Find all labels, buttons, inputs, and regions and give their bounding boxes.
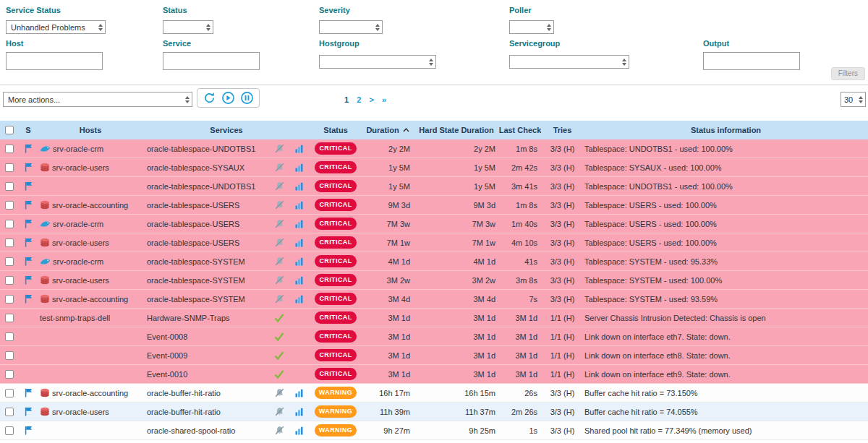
performance-graph-icon[interactable] (295, 426, 304, 435)
performance-graph-icon[interactable] (295, 145, 304, 153)
filters-button[interactable]: Filters (831, 67, 865, 80)
row-checkbox[interactable] (5, 314, 14, 322)
last-check-cell: 26s (499, 384, 541, 402)
last-check-cell: 3m 41s (499, 177, 541, 195)
col-header-services[interactable]: Services (143, 121, 310, 139)
service-status-select[interactable]: Unhandled Problems (6, 20, 106, 34)
flag-icon (25, 257, 33, 266)
row-checkbox[interactable] (5, 182, 14, 191)
service-input[interactable] (163, 52, 260, 70)
service-link[interactable]: oracle-tablespace-UNDOTBS1 (147, 145, 255, 153)
tries-cell: 3/3 (H) (541, 233, 584, 251)
performance-graph-icon[interactable] (295, 276, 304, 285)
status-info-cell: Tablespace: USERS - used: 100.00% (584, 196, 868, 214)
database-icon (40, 388, 50, 397)
performance-graph-icon[interactable] (295, 238, 304, 247)
col-header-hosts[interactable]: Hosts (38, 121, 143, 139)
service-link[interactable]: Event-0008 (147, 332, 187, 341)
service-link[interactable]: oracle-buffer-hit-ratio (147, 389, 221, 397)
host-link[interactable]: srv-oracle-crm (53, 257, 103, 266)
row-checkbox[interactable] (5, 351, 14, 360)
service-link[interactable]: Hardware-SNMP-Traps (147, 314, 230, 322)
sort-asc-icon (403, 128, 409, 132)
status-select[interactable] (163, 20, 213, 34)
page-1[interactable]: 1 (344, 95, 349, 104)
poller-select[interactable] (509, 20, 554, 34)
notifications-disabled-icon (275, 388, 284, 397)
host-link[interactable]: srv-oracle-users (52, 408, 109, 416)
host-link[interactable]: srv-oracle-users (52, 276, 109, 285)
host-link[interactable]: srv-oracle-accounting (52, 295, 128, 304)
row-checkbox[interactable] (5, 220, 14, 228)
output-input[interactable] (703, 52, 800, 70)
col-header-last-check[interactable]: Last Check (499, 121, 541, 139)
select-all-checkbox[interactable] (5, 126, 14, 134)
col-header-status[interactable]: Status (310, 121, 362, 139)
page-size-select[interactable]: 30 (841, 92, 866, 107)
performance-graph-icon[interactable] (295, 220, 304, 228)
service-link[interactable]: oracle-tablespace-USERS (147, 201, 239, 210)
row-checkbox[interactable] (5, 145, 14, 153)
row-checkbox[interactable] (5, 201, 14, 210)
duration-cell: 16h 17m (362, 384, 414, 402)
host-link[interactable]: test-snmp-traps-dell (40, 314, 110, 322)
host-link[interactable]: srv-oracle-users (52, 238, 109, 247)
host-link[interactable]: srv-oracle-users (52, 163, 109, 172)
row-checkbox[interactable] (5, 276, 14, 285)
page-next[interactable]: > (369, 95, 373, 104)
row-checkbox[interactable] (5, 238, 14, 247)
host-link[interactable]: srv-oracle-crm (53, 145, 103, 153)
performance-graph-icon[interactable] (295, 295, 304, 304)
service-link[interactable]: Event-0009 (147, 351, 187, 360)
severity-select[interactable] (319, 20, 383, 34)
table-row: srv-oracle-usersoracle-buffer-hit-ratioW… (0, 403, 868, 421)
service-link[interactable]: oracle-shared-spool-ratio (147, 426, 235, 435)
host-input[interactable] (6, 52, 103, 70)
flag-icon (25, 219, 33, 228)
service-link[interactable]: oracle-tablespace-USERS (147, 238, 239, 247)
performance-graph-icon[interactable] (295, 182, 304, 191)
row-checkbox[interactable] (5, 408, 14, 416)
last-check-cell: 1s (499, 421, 541, 439)
hostgroup-select[interactable] (319, 55, 436, 69)
passive-check-icon (274, 351, 284, 360)
page-2[interactable]: 2 (357, 95, 361, 104)
performance-graph-icon[interactable] (295, 163, 304, 172)
row-checkbox[interactable] (5, 295, 14, 304)
row-checkbox[interactable] (5, 332, 14, 341)
performance-graph-icon[interactable] (295, 257, 304, 266)
host-link[interactable]: srv-oracle-accounting (52, 201, 128, 210)
service-link[interactable]: Event-0010 (147, 370, 187, 379)
table-row: Event-0009CRITICAL3M 1d3M 1d3M 1d1/1 (H)… (0, 346, 868, 365)
performance-graph-icon[interactable] (295, 389, 304, 397)
host-link[interactable]: srv-oracle-accounting (52, 389, 128, 397)
col-header-s[interactable]: S (19, 121, 38, 139)
flag-icon (25, 407, 33, 416)
row-checkbox[interactable] (5, 163, 14, 172)
col-header-status-information[interactable]: Status information (584, 121, 868, 139)
last-check-cell: 3M 1d (499, 365, 541, 383)
row-checkbox[interactable] (5, 389, 14, 397)
row-checkbox[interactable] (5, 257, 14, 266)
performance-graph-icon[interactable] (295, 408, 304, 416)
page-last[interactable]: » (382, 95, 386, 104)
service-link[interactable]: oracle-tablespace-UNDOTBS1 (147, 182, 255, 191)
service-link[interactable]: oracle-tablespace-USERS (147, 220, 239, 228)
service-link[interactable]: oracle-tablespace-SYSAUX (147, 163, 244, 172)
servicegroup-select[interactable] (509, 55, 629, 69)
service-link[interactable]: oracle-buffer-hit-ratio (147, 408, 221, 416)
col-header-hard-state-duration[interactable]: Hard State Duration (414, 121, 499, 139)
last-check-cell: 3M 1d (499, 346, 541, 364)
performance-graph-icon[interactable] (295, 201, 304, 210)
service-link[interactable]: oracle-tablespace-SYSTEM (147, 295, 245, 304)
table-header: S Hosts Services Status Duration Hard St… (0, 121, 868, 139)
row-checkbox[interactable] (5, 426, 14, 435)
notifications-disabled-icon (275, 407, 284, 416)
host-link[interactable]: srv-oracle-crm (53, 220, 103, 228)
service-link[interactable]: oracle-tablespace-SYSTEM (147, 276, 245, 285)
host-icon (40, 145, 51, 153)
col-header-tries[interactable]: Tries (541, 121, 584, 139)
row-checkbox[interactable] (5, 370, 14, 379)
col-header-duration[interactable]: Duration (362, 121, 414, 139)
service-link[interactable]: oracle-tablespace-SYSTEM (147, 257, 245, 266)
